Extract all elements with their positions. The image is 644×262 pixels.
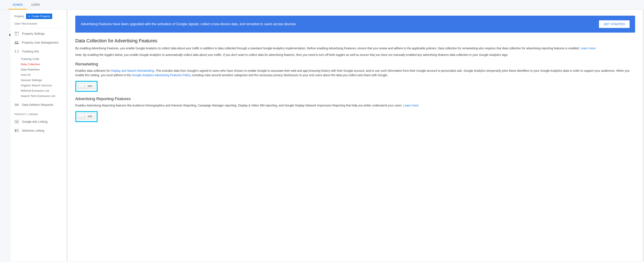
note-label: Note: <box>75 53 83 57</box>
toggle-knob <box>78 83 85 89</box>
arf-learn-more-link[interactable]: Learn more <box>404 104 418 107</box>
get-started-button[interactable]: GET STARTED <box>599 20 630 28</box>
remarketing-paragraph: Enables data collection for Display and … <box>75 69 635 78</box>
google-signals-banner: Advertising Features have been upgraded … <box>75 16 635 33</box>
remarketing-text-1: Enables data collection for <box>75 69 111 72</box>
sidebar-item-property-user-management[interactable]: Property User Management <box>10 38 66 47</box>
sub-item-organic-search-sources[interactable]: Organic Search Sources <box>21 83 66 88</box>
create-property-button[interactable]: + Create Property <box>26 14 52 19</box>
section-product-linking: PRODUCT LINKING <box>10 109 66 117</box>
sidebar-item-adsense-linking[interactable]: AdSense Linking <box>10 126 66 135</box>
account-name: Clym Test Account <box>14 21 62 28</box>
note-text: By enabling the toggles below, you enabl… <box>83 53 508 57</box>
intro-paragraph: By enabling Advertising Features, you en… <box>75 46 635 51</box>
sidebar-item-label: Google Ads Linking <box>22 120 48 123</box>
sidebar-item-label: Property User Management <box>22 41 58 44</box>
main-content: Advertising Features have been upgraded … <box>68 10 644 261</box>
sidebar-item-label: Property Settings <box>22 32 44 35</box>
sidebar-item-property-settings[interactable]: Property Settings <box>10 29 66 38</box>
back-column <box>0 10 10 261</box>
remarketing-text-3: , including rules around sensitive categ… <box>190 73 388 77</box>
learn-more-link[interactable]: Learn more <box>580 47 596 50</box>
sub-item-user-id[interactable]: User-ID <box>21 72 66 78</box>
display-search-remarketing-link[interactable]: Display and Search Remarketing <box>111 69 154 72</box>
advertising-reporting-heading: Advertising Reporting Features <box>75 97 635 101</box>
adsense-icon <box>14 129 19 132</box>
property-label: Property <box>14 15 24 18</box>
arf-toggle-highlight: OFF <box>75 111 98 122</box>
sidebar-item-label: Tracking Info <box>22 50 39 53</box>
sub-item-session-settings[interactable]: Session Settings <box>21 78 66 83</box>
sidebar-item-data-deletion[interactable]: Dd Data Deletion Requests <box>10 100 66 109</box>
note-paragraph: Note: By enabling the toggles below, you… <box>75 53 635 57</box>
create-property-label: Create Property <box>32 15 50 18</box>
arf-text: Enables Advertising Reporting features l… <box>75 104 404 107</box>
sub-item-data-collection[interactable]: Data Collection <box>21 62 66 67</box>
sidebar-item-label: Data Deletion Requests <box>22 103 53 106</box>
sub-item-referral-exclusion-list[interactable]: Referral Exclusion List <box>21 88 66 93</box>
plus-icon: + <box>28 15 30 18</box>
google-ads-icon <box>14 120 19 124</box>
svg-rect-5 <box>14 120 19 123</box>
remarketing-heading: Remarketing <box>75 62 635 67</box>
sub-item-tracking-code[interactable]: Tracking Code <box>21 56 66 62</box>
users-icon <box>14 41 19 45</box>
advertising-features-policy-link[interactable]: Google Analytics Advertising Features Po… <box>132 73 190 77</box>
toggle-label: OFF <box>85 85 95 87</box>
remarketing-toggle-highlight: OFF <box>75 81 98 92</box>
remarketing-toggle[interactable]: OFF <box>78 83 95 89</box>
advertising-reporting-paragraph: Enables Advertising Reporting features l… <box>75 103 635 108</box>
svg-rect-0 <box>14 32 19 36</box>
sidebar-item-tracking-info[interactable]: Tracking Info <box>10 47 66 56</box>
sidebar: Property + Create Property Clym Test Acc… <box>10 10 68 261</box>
page-title: Data Collection for Advertising Features <box>75 38 635 44</box>
toggle-label: OFF <box>85 115 95 118</box>
top-tabs: ADMIN USER <box>0 0 644 10</box>
code-icon <box>14 50 19 53</box>
tab-user[interactable]: USER <box>27 0 44 10</box>
advertising-reporting-toggle[interactable]: OFF <box>78 113 95 119</box>
intro-text: By enabling Advertising Features, you en… <box>75 47 580 50</box>
svg-point-4 <box>17 41 18 43</box>
banner-text: Advertising Features have been upgraded … <box>81 22 590 27</box>
svg-point-3 <box>15 41 16 43</box>
sub-item-data-retention[interactable]: Data Retention <box>21 67 66 72</box>
sub-item-search-term-exclusion-list[interactable]: Search Term Exclusion List <box>21 93 66 99</box>
tracking-info-submenu: Tracking Code Data Collection Data Reten… <box>10 56 66 100</box>
svg-rect-10 <box>15 130 16 132</box>
tab-admin[interactable]: ADMIN <box>8 0 27 10</box>
sidebar-item-label: AdSense Linking <box>22 129 44 132</box>
sidebar-item-google-ads-linking[interactable]: Google Ads Linking <box>10 117 66 126</box>
toggle-knob <box>78 114 85 119</box>
settings-panel-icon <box>14 32 19 36</box>
data-deletion-icon: Dd <box>14 103 19 107</box>
